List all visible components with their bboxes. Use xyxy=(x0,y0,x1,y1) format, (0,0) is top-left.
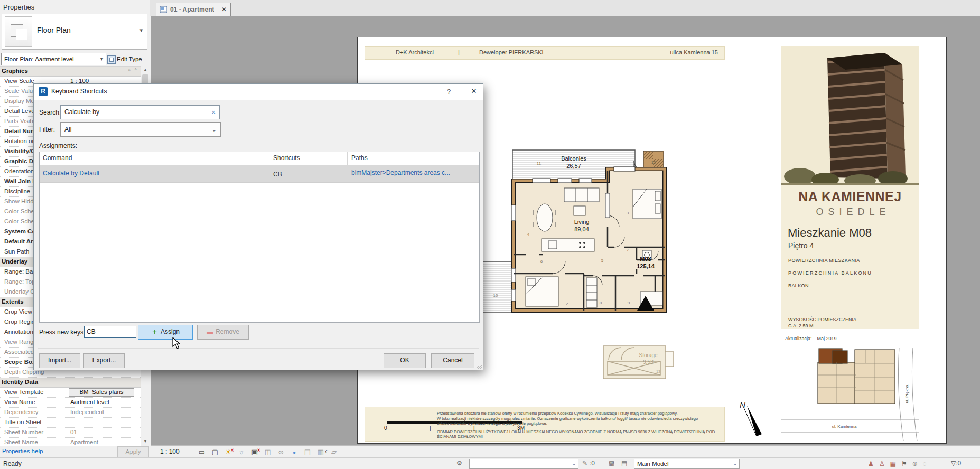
disclaimer-line: układu materiału wykończeniowego, a jest… xyxy=(437,421,729,426)
constraints-icon[interactable]: ▱ xyxy=(329,447,339,457)
chevron-down-icon[interactable]: ▾ xyxy=(139,27,143,34)
search-label: Search: xyxy=(39,109,61,116)
apartment-title: Mieszkanie M08 xyxy=(788,226,872,240)
sun-path-icon[interactable]: ☼ xyxy=(237,447,246,457)
assign-button[interactable]: ＋Assign xyxy=(138,325,193,340)
search-input[interactable]: Calculate by × xyxy=(60,105,220,119)
estate-subtitle: OSIEDLE xyxy=(784,207,922,218)
keyboard-shortcuts-dialog: R Keyboard Shortcuts ? ✕ Search: Calcula… xyxy=(33,83,483,370)
svg-text:12: 12 xyxy=(651,161,656,164)
developer-name: Deweloper PIERKARSKI xyxy=(479,47,544,58)
balconies-area: 26,57 xyxy=(566,163,581,169)
crop-view-icon[interactable]: ▣ ✕ xyxy=(250,447,259,457)
design-option-value: Main Model xyxy=(637,459,668,468)
warnings-icon[interactable]: ⚑ xyxy=(901,460,907,467)
import-button[interactable]: Import... xyxy=(39,353,80,368)
editing-requests-icon[interactable]: ✎ xyxy=(582,459,587,467)
property-value[interactable]: Apartment xyxy=(68,439,139,446)
scroll-up-icon[interactable]: ▲ xyxy=(141,66,150,73)
show-crop-region-icon[interactable]: ◫ xyxy=(263,447,273,457)
storage-area: 9,53 xyxy=(643,359,654,365)
status-bar: Ready ⚙ ⌄ ✎ :0 ▩ ▤ Main Model ⌄ ♟♙▦⚑⊕◌ ▽… xyxy=(0,457,980,469)
spec-list: POWIERZCHNIA MIESZKANIAPOWIERZCHNIA BALK… xyxy=(788,258,872,296)
property-value[interactable]: 01 xyxy=(68,429,139,436)
site-plan: ul. Piękna ul. Kamienna xyxy=(781,348,919,441)
search-value: Calculate by xyxy=(64,106,99,119)
help-icon[interactable]: ? xyxy=(447,88,451,96)
property-value[interactable]: Independent xyxy=(68,409,139,416)
tab-01-apartment[interactable]: 01 - Apartment ✕ xyxy=(156,3,231,16)
command-cell: Calculate by Default xyxy=(43,170,99,177)
ok-button[interactable]: OK xyxy=(384,353,426,368)
reveal-hidden-icon[interactable]: ● xyxy=(290,447,299,457)
close-icon[interactable]: ✕ xyxy=(221,6,227,13)
street-piekna-label: ul. Piękna xyxy=(904,384,909,404)
progress-icon[interactable]: ◌ xyxy=(923,460,927,467)
worksets-status-icon[interactable]: ♟ xyxy=(868,460,874,467)
apartment-floor: Piętro 4 xyxy=(788,241,814,250)
property-row: Title on Sheet xyxy=(0,418,141,428)
storage-unit xyxy=(603,346,674,379)
worksharing-display-icon[interactable]: ▥ xyxy=(316,447,325,457)
cancel-button[interactable]: Cancel xyxy=(431,353,474,368)
worksets-icon[interactable]: ⚙ xyxy=(456,459,462,467)
brochure-panel: NA KAMIENNEJ OSIEDLE Mieszkanie M08 Pięt… xyxy=(781,46,919,441)
properties-panel-title: Properties xyxy=(3,3,34,11)
hide-isolate-icon[interactable]: ∞ xyxy=(276,447,286,457)
property-value[interactable]: BM_Sales plans xyxy=(69,388,134,397)
design-options-status-icon[interactable]: ♙ xyxy=(879,460,885,467)
dialog-titlebar[interactable]: R Keyboard Shortcuts ? ✕ xyxy=(34,84,483,100)
remove-button[interactable]: ▬Remove xyxy=(197,325,249,340)
scale-tick-label: 0 xyxy=(384,425,387,431)
view-scale-button[interactable]: 1 : 100 xyxy=(160,448,180,455)
column-shortcuts[interactable]: Shortcuts xyxy=(273,154,300,162)
property-label: Graphics xyxy=(2,68,118,75)
view-tab-strip: 01 - Apartment ✕ xyxy=(150,0,980,16)
apply-button[interactable]: Apply xyxy=(117,446,149,457)
svg-text:3: 3 xyxy=(627,211,629,215)
mouse-cursor xyxy=(172,337,181,350)
property-value[interactable]: Aartment level xyxy=(68,399,139,406)
type-selector[interactable]: Floor Plan ▾ xyxy=(2,14,147,50)
column-command[interactable]: Command xyxy=(43,154,72,162)
path-cell: bimMajster>Departments areas c... xyxy=(351,169,452,176)
clear-search-icon[interactable]: × xyxy=(211,106,216,119)
links-status-icon[interactable]: ▦ xyxy=(890,460,896,467)
svg-text:13: 13 xyxy=(656,370,660,373)
type-preview-icon xyxy=(5,16,32,47)
living-label: Living xyxy=(574,219,590,225)
svg-text:11: 11 xyxy=(537,161,542,166)
properties-help-link[interactable]: Properties help xyxy=(2,448,43,454)
view-selector-dropdown[interactable]: Floor Plan: Aartment level ▾ xyxy=(1,53,106,65)
architect-name: D+K Architekci xyxy=(396,47,434,58)
active-workset-dropdown[interactable]: ⌄ xyxy=(469,459,578,469)
detail-level-icon[interactable]: ▭ xyxy=(197,447,207,457)
filter-icon[interactable]: ▽:0 xyxy=(951,459,961,467)
close-icon[interactable]: ✕ xyxy=(467,87,481,95)
collapse-bar-icon[interactable]: ‹ xyxy=(325,447,328,455)
design-options-icon[interactable]: ▩ xyxy=(609,459,614,467)
status-text: Ready xyxy=(3,460,22,467)
property-value[interactable] xyxy=(68,419,139,426)
edit-type-button[interactable]: Edit Type xyxy=(107,53,148,65)
export-button[interactable]: Export... xyxy=(83,353,125,368)
column-paths[interactable]: Paths xyxy=(351,154,368,162)
press-new-keys-input[interactable]: CB xyxy=(84,326,136,338)
property-row: View Template BM_Sales plans xyxy=(0,388,141,398)
disclaimer: Przedstawiona broszura nie stanowi ofert… xyxy=(437,411,729,439)
table-row[interactable]: Calculate by Default CB bimMajster>Depar… xyxy=(40,165,479,183)
left-balcony xyxy=(480,261,514,312)
link-icon[interactable]: ▤ xyxy=(621,459,627,467)
section-collapse-icons[interactable]: ≈ ^ xyxy=(128,68,138,73)
temporary-view-properties-icon[interactable]: ▤ xyxy=(303,447,312,457)
design-option-dropdown[interactable]: Main Model ⌄ xyxy=(634,459,740,469)
spec-row: POWIERZCHNIA BALKONU xyxy=(788,270,872,283)
disclaimer-line: Przedstawiona broszura nie stanowi ofert… xyxy=(437,411,729,416)
shadows-off-icon[interactable]: ☀ ✕ xyxy=(223,447,233,457)
resize-grip[interactable] xyxy=(477,363,482,369)
filter-dropdown[interactable]: All ⌄ xyxy=(60,122,221,137)
scroll-down-icon[interactable]: ▼ xyxy=(141,438,150,445)
visual-style-icon[interactable]: ▢ xyxy=(210,447,220,457)
select-toggle-icon[interactable]: ⊕ xyxy=(912,460,918,467)
disclaimer-caps: OBMIAR POWIERZCHNI UŻYTKOWEJ LOKALU MIES… xyxy=(437,429,729,439)
